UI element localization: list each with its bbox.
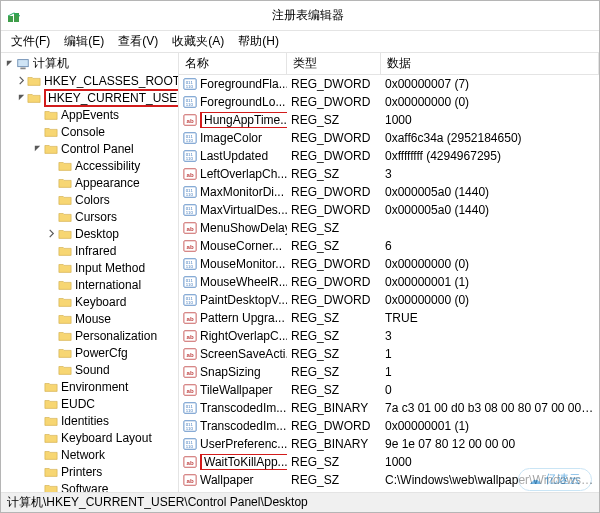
- tree-item[interactable]: International: [45, 276, 178, 293]
- binary-value-icon: 011110: [183, 293, 197, 307]
- string-value-icon: ab: [183, 329, 197, 343]
- chevron-right-icon[interactable]: [45, 279, 57, 291]
- list-row[interactable]: abRightOverlapC...REG_SZ3: [179, 327, 599, 345]
- list-row[interactable]: abMenuShowDelayREG_SZ: [179, 219, 599, 237]
- chevron-right-icon[interactable]: [45, 177, 57, 189]
- value-data: 0x00000007 (7): [381, 77, 599, 91]
- list-row[interactable]: 011110MouseWheelR...REG_DWORD0x00000001 …: [179, 273, 599, 291]
- tree-item[interactable]: EUDC: [31, 395, 178, 412]
- menu-item[interactable]: 文件(F): [5, 31, 56, 52]
- list-row[interactable]: 011110LastUpdatedREG_DWORD0xffffffff (42…: [179, 147, 599, 165]
- tree-item[interactable]: Input Method: [45, 259, 178, 276]
- tree-item[interactable]: Printers: [31, 463, 178, 480]
- list-panel[interactable]: 名称 类型 数据 011110ForegroundFla...REG_DWORD…: [179, 53, 599, 492]
- binary-value-icon: 011110: [183, 203, 197, 217]
- tree-item[interactable]: PowerCfg: [45, 344, 178, 361]
- chevron-down-icon[interactable]: [17, 92, 26, 104]
- tree-item[interactable]: Cursors: [45, 208, 178, 225]
- value-name: MouseWheelR...: [200, 275, 287, 289]
- tree-label: Software: [61, 482, 108, 493]
- tree-label: Input Method: [75, 261, 145, 275]
- chevron-right-icon[interactable]: [45, 160, 57, 172]
- tree-item[interactable]: Desktop: [45, 225, 178, 242]
- chevron-down-icon[interactable]: [31, 143, 43, 155]
- chevron-right-icon[interactable]: [31, 398, 43, 410]
- tree-item[interactable]: Keyboard Layout: [31, 429, 178, 446]
- tree-item[interactable]: Colors: [45, 191, 178, 208]
- chevron-right-icon[interactable]: [17, 75, 26, 87]
- chevron-right-icon[interactable]: [45, 296, 57, 308]
- tree-item[interactable]: Console: [31, 123, 178, 140]
- list-row[interactable]: abScreenSaveActi...REG_SZ1: [179, 345, 599, 363]
- list-row[interactable]: 011110UserPreferenc...REG_BINARY9e 1e 07…: [179, 435, 599, 453]
- chevron-right-icon[interactable]: [45, 194, 57, 206]
- menu-item[interactable]: 帮助(H): [232, 31, 285, 52]
- folder-icon: [44, 431, 58, 445]
- chevron-right-icon[interactable]: [45, 330, 57, 342]
- chevron-right-icon[interactable]: [31, 381, 43, 393]
- chevron-right-icon[interactable]: [45, 211, 57, 223]
- list-row[interactable]: abTileWallpaperREG_SZ0: [179, 381, 599, 399]
- chevron-right-icon[interactable]: [45, 313, 57, 325]
- list-row[interactable]: 011110ForegroundFla...REG_DWORD0x0000000…: [179, 75, 599, 93]
- col-header-type[interactable]: 类型: [287, 53, 381, 74]
- tree-label: Control Panel: [61, 142, 134, 156]
- list-row[interactable]: 011110MaxVirtualDes...REG_DWORD0x000005a…: [179, 201, 599, 219]
- list-row[interactable]: 011110MaxMonitorDi...REG_DWORD0x000005a0…: [179, 183, 599, 201]
- tree-item[interactable]: Environment: [31, 378, 178, 395]
- list-row[interactable]: 011110PaintDesktopV...REG_DWORD0x0000000…: [179, 291, 599, 309]
- tree-item[interactable]: HKEY_CURRENT_USER: [17, 89, 178, 106]
- menu-item[interactable]: 收藏夹(A): [166, 31, 230, 52]
- menu-item[interactable]: 编辑(E): [58, 31, 110, 52]
- menubar: 文件(F)编辑(E)查看(V)收藏夹(A)帮助(H): [1, 31, 599, 53]
- list-row[interactable]: 011110TranscodedIm...REG_BINARY7a c3 01 …: [179, 399, 599, 417]
- list-row[interactable]: abHungAppTime...REG_SZ1000: [179, 111, 599, 129]
- tree-item[interactable]: Infrared: [45, 242, 178, 259]
- chevron-down-icon[interactable]: [3, 58, 15, 70]
- chevron-right-icon[interactable]: [31, 126, 43, 138]
- folder-icon: [44, 414, 58, 428]
- tree-item[interactable]: Mouse: [45, 310, 178, 327]
- string-value-icon: ab: [183, 347, 197, 361]
- col-header-name[interactable]: 名称: [179, 53, 287, 74]
- menu-item[interactable]: 查看(V): [112, 31, 164, 52]
- tree-panel[interactable]: 计算机HKEY_CLASSES_ROOTHKEY_CURRENT_USERApp…: [1, 53, 179, 492]
- chevron-right-icon[interactable]: [31, 449, 43, 461]
- list-row[interactable]: abSnapSizingREG_SZ1: [179, 363, 599, 381]
- tree-item[interactable]: Personalization: [45, 327, 178, 344]
- titlebar[interactable]: 注册表编辑器: [1, 1, 599, 31]
- chevron-right-icon[interactable]: [31, 432, 43, 444]
- tree-item[interactable]: Network: [31, 446, 178, 463]
- list-row[interactable]: 011110MouseMonitor...REG_DWORD0x00000000…: [179, 255, 599, 273]
- chevron-right-icon[interactable]: [31, 466, 43, 478]
- tree-item[interactable]: Software: [31, 480, 178, 492]
- chevron-right-icon[interactable]: [45, 245, 57, 257]
- tree-item[interactable]: AppEvents: [31, 106, 178, 123]
- chevron-right-icon[interactable]: [31, 415, 43, 427]
- tree-item[interactable]: 计算机: [3, 55, 178, 72]
- list-header[interactable]: 名称 类型 数据: [179, 53, 599, 75]
- chevron-right-icon[interactable]: [45, 228, 57, 240]
- tree-item[interactable]: Identities: [31, 412, 178, 429]
- list-row[interactable]: 011110ImageColorREG_DWORD0xaff6c34a (295…: [179, 129, 599, 147]
- tree-label: Colors: [75, 193, 110, 207]
- tree-item[interactable]: Sound: [45, 361, 178, 378]
- chevron-right-icon[interactable]: [45, 347, 57, 359]
- chevron-right-icon[interactable]: [45, 364, 57, 376]
- col-header-data[interactable]: 数据: [381, 53, 599, 74]
- list-row[interactable]: abPattern Upgra...REG_SZTRUE: [179, 309, 599, 327]
- tree-item[interactable]: HKEY_CLASSES_ROOT: [17, 72, 178, 89]
- list-row[interactable]: 011110TranscodedIm...REG_DWORD0x00000001…: [179, 417, 599, 435]
- chevron-right-icon[interactable]: [31, 109, 43, 121]
- chevron-right-icon[interactable]: [45, 262, 57, 274]
- tree-item[interactable]: Control Panel: [31, 140, 178, 157]
- value-data: 0xffffffff (4294967295): [381, 149, 599, 163]
- tree-label: Identities: [61, 414, 109, 428]
- list-row[interactable]: abMouseCorner...REG_SZ6: [179, 237, 599, 255]
- list-row[interactable]: 011110ForegroundLo...REG_DWORD0x00000000…: [179, 93, 599, 111]
- chevron-right-icon[interactable]: [31, 483, 43, 493]
- tree-item[interactable]: Keyboard: [45, 293, 178, 310]
- list-row[interactable]: abLeftOverlapCh...REG_SZ3: [179, 165, 599, 183]
- tree-item[interactable]: Accessibility: [45, 157, 178, 174]
- tree-item[interactable]: Appearance: [45, 174, 178, 191]
